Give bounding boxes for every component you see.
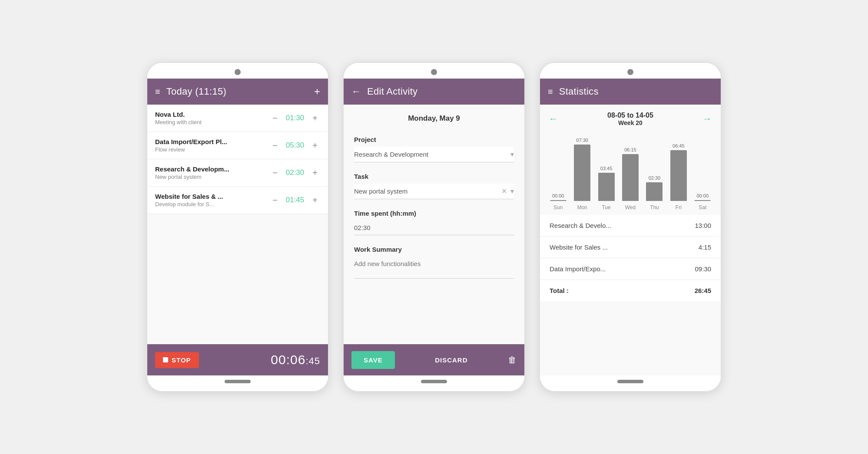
bar-value-0: 00:00 (552, 193, 564, 198)
project-select[interactable]: Research & Development ▾ (354, 147, 514, 162)
stats-item-1: Website for Sales ... 4:15 (540, 237, 721, 258)
summary-textarea[interactable] (354, 257, 514, 279)
bar-chart: 00:00Sun07:30Mon03:45Tue06:15Wed02:30Thu… (540, 128, 721, 211)
home-button-2[interactable] (421, 380, 447, 383)
activity-subtitle-3: Develop module for S... (155, 201, 270, 207)
stats-menu-icon[interactable]: ≡ (548, 87, 553, 97)
bar-rect-0 (550, 200, 567, 201)
stats-header: ≡ Statistics (540, 79, 721, 105)
summary-label: Work Summary (354, 246, 514, 253)
plus-button-0[interactable]: + (310, 114, 320, 122)
camera-dot (235, 69, 241, 75)
activity-title-2: Research & Developm... (155, 165, 270, 173)
menu-icon[interactable]: ≡ (155, 87, 160, 97)
activity-title-0: Nova Ltd. (155, 111, 270, 118)
bar-value-4: 02:30 (649, 175, 661, 181)
edit-date: Monday, May 9 (344, 105, 524, 130)
bar-value-3: 06:15 (624, 147, 636, 152)
stats-project-name-0: Research & Develo... (550, 222, 695, 229)
delete-icon[interactable]: 🗑 (508, 355, 517, 365)
prev-week-icon[interactable]: ← (549, 113, 558, 125)
bar-rect-5 (670, 150, 687, 201)
bar-col-0: 00:00Sun (550, 193, 567, 211)
activity-info-3: Website for Sales & ... Develop module f… (155, 193, 270, 207)
activity-info-0: Nova Ltd. Meeting with client (155, 111, 270, 125)
save-button[interactable]: SAVE (351, 351, 395, 369)
stats-item-2: Data Import/Expo... 09:30 (540, 258, 721, 280)
today-body: Nova Ltd. Meeting with client − 01:30 + … (147, 105, 328, 375)
activity-time-0: 01:30 (284, 114, 306, 122)
edit-body: Monday, May 9 Project Research & Develop… (344, 105, 524, 375)
plus-button-1[interactable]: + (310, 141, 320, 150)
plus-button-3[interactable]: + (310, 196, 320, 204)
bar-col-4: 02:30Thu (646, 175, 663, 211)
stop-button[interactable]: STOP (155, 352, 199, 368)
next-week-icon[interactable]: → (702, 113, 712, 125)
stats-project-time-0: 13:00 (695, 222, 711, 229)
edit-title: Edit Activity (367, 86, 517, 97)
bar-value-6: 00:00 (696, 193, 709, 198)
phone-top-bar-2 (344, 63, 524, 79)
time-input[interactable] (354, 220, 514, 235)
today-title: Today (11:15) (166, 86, 314, 97)
stats-week-info: 08-05 to 14-05 Week 20 (607, 112, 653, 126)
task-label: Task (354, 173, 514, 180)
task-value: New portal system (354, 188, 501, 195)
activity-controls-2: − 02:30 + (270, 168, 320, 177)
time-label: Time spent (hh:mm) (354, 210, 514, 217)
stop-square-icon (163, 357, 168, 362)
activity-item-1: Data Import/Export Pl... Flow review − 0… (147, 132, 328, 159)
activity-subtitle-0: Meeting with client (155, 119, 270, 125)
summary-section: Work Summary (344, 240, 524, 285)
stop-label: STOP (172, 356, 191, 364)
clear-icon[interactable]: ✕ (501, 187, 507, 195)
minus-button-0[interactable]: − (270, 114, 280, 122)
time-section: Time spent (hh:mm) (344, 204, 524, 240)
task-dropdown-icon[interactable]: ▾ (510, 187, 514, 195)
plus-button-2[interactable]: + (310, 168, 320, 177)
action-bar: SAVE DISCARD 🗑 (344, 344, 524, 375)
add-activity-icon[interactable]: + (314, 86, 320, 98)
stats-body: ← 08-05 to 14-05 Week 20 → 00:00Sun07:30… (540, 105, 721, 375)
bar-day-5: Fri (676, 204, 682, 211)
bar-value-1: 07:30 (576, 138, 588, 143)
activity-controls-3: − 01:45 + (270, 196, 320, 204)
stats-title: Statistics (559, 86, 713, 97)
stop-bar: STOP 00:06:45 (147, 344, 328, 375)
bar-rect-6 (694, 200, 711, 201)
bar-day-3: Wed (625, 204, 636, 211)
phone-statistics: ≡ Statistics ← 08-05 to 14-05 Week 20 → … (539, 62, 722, 392)
minus-button-2[interactable]: − (270, 168, 280, 177)
stats-project-name-1: Website for Sales ... (550, 243, 699, 251)
back-icon[interactable]: ← (351, 86, 361, 97)
activity-subtitle-1: Flow review (155, 146, 270, 153)
home-button-3[interactable] (617, 380, 643, 383)
phone-bottom-bar (147, 375, 328, 391)
task-section: Task New portal system ✕ ▾ (344, 167, 524, 204)
bar-col-5: 06:45Fri (670, 143, 687, 211)
phone-top-bar (147, 63, 328, 79)
activity-item-3: Website for Sales & ... Develop module f… (147, 187, 328, 214)
task-select[interactable]: New portal system ✕ ▾ (354, 184, 514, 199)
activity-time-1: 05:30 (284, 141, 306, 150)
bar-col-1: 07:30Mon (574, 138, 590, 211)
dropdown-arrow-icon: ▾ (510, 150, 514, 158)
today-header: ≡ Today (11:15) + (147, 79, 328, 105)
stats-nav: ← 08-05 to 14-05 Week 20 → (540, 105, 721, 128)
activity-item-2: Research & Developm... New portal system… (147, 159, 328, 187)
bar-day-2: Tue (602, 204, 610, 211)
timer-main: 00:06 (271, 352, 305, 367)
minus-button-3[interactable]: − (270, 196, 280, 204)
bar-day-6: Sat (699, 204, 706, 211)
stats-total-item: Total : 26:45 (540, 280, 721, 301)
home-button[interactable] (225, 380, 251, 383)
stats-total-value: 26:45 (695, 287, 711, 294)
minus-button-1[interactable]: − (270, 141, 280, 150)
project-value: Research & Development (354, 151, 510, 158)
timer-display: 00:06:45 (199, 352, 320, 367)
phone-edit: ← Edit Activity Monday, May 9 Project Re… (343, 62, 525, 392)
activity-info-2: Research & Developm... New portal system (155, 165, 270, 180)
activity-info-1: Data Import/Export Pl... Flow review (155, 138, 270, 153)
project-label: Project (354, 136, 514, 143)
discard-button[interactable]: DISCARD (400, 356, 503, 364)
